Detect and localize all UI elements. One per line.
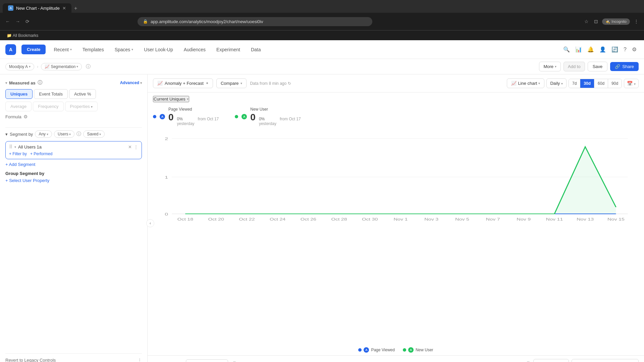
breakdown-select[interactable]: Top 2 (Default) xyxy=(186,359,228,362)
bell-icon[interactable]: 🔔 xyxy=(585,44,596,55)
nav-data[interactable]: Data xyxy=(248,46,264,54)
performed-btn[interactable]: + Performed xyxy=(30,152,52,156)
address-bar[interactable]: 🔒 app.amplitude.com/analytics/moodjoy2/c… xyxy=(138,17,372,26)
breadcrumb-separator: › xyxy=(37,64,38,69)
breakdown-dropdown-wrapper[interactable]: Top 2 (Default) xyxy=(186,359,228,362)
tab-favicon: A xyxy=(8,5,13,11)
segment-sub-actions: + Filter by + Performed xyxy=(9,152,138,156)
compare-btn[interactable]: Compare ▾ xyxy=(216,78,247,88)
segment-more-icon[interactable]: ⋮ xyxy=(134,144,138,149)
segment-collapse-icon[interactable]: ▾ xyxy=(14,145,16,149)
nav-user-lookup[interactable]: User Look-Up xyxy=(141,46,175,54)
daily-btn[interactable]: Daily ▾ xyxy=(546,78,567,88)
chart-icon[interactable]: 📊 xyxy=(573,44,584,55)
metric-values-page-viewed: Page Viewed 0 0% yesterday from Oct 17 xyxy=(168,107,219,126)
breakdown-info-icon[interactable]: ⓘ xyxy=(232,361,237,362)
svg-text:Nov 1: Nov 1 xyxy=(393,218,408,221)
forward-btn[interactable]: → xyxy=(14,17,21,25)
segment-name-input[interactable] xyxy=(18,144,126,149)
profile-icon[interactable]: 👤 xyxy=(597,44,608,55)
nav-templates[interactable]: Templates xyxy=(80,46,107,54)
svg-text:Nov 3: Nov 3 xyxy=(424,218,438,221)
tab-close-btn[interactable]: ✕ xyxy=(62,6,66,11)
save-button[interactable]: Save xyxy=(588,62,608,71)
chart-type-dropdown[interactable]: 📈 Segmentation ▾ xyxy=(41,63,82,70)
legend-page-viewed: A Page Viewed xyxy=(358,347,395,353)
help-icon[interactable]: ? xyxy=(622,45,629,55)
more-button[interactable]: More ▾ xyxy=(539,62,561,71)
metric-from-page-viewed: from Oct 17 xyxy=(198,117,219,121)
workspace-dropdown[interactable]: Moodjoy A ▾ xyxy=(5,63,34,70)
svg-text:1: 1 xyxy=(165,175,168,179)
filter-by-btn[interactable]: + Filter by xyxy=(9,152,27,156)
refresh-icon[interactable]: ↻ xyxy=(288,81,291,86)
metric-dot-new-user xyxy=(235,115,238,118)
chart-info-icon[interactable]: ⓘ xyxy=(86,64,91,70)
active-browser-tab[interactable]: A New Chart - Amplitude ✕ xyxy=(3,3,71,13)
settings-icon[interactable]: ⚙ xyxy=(630,44,639,55)
menu-icon[interactable]: ⋮ xyxy=(633,17,640,25)
export-csv-btn[interactable]: ↓ Export CSV xyxy=(533,359,569,362)
svg-text:Oct 26: Oct 26 xyxy=(301,218,316,221)
frequency-btn[interactable]: Frequency xyxy=(33,102,63,111)
segment-actions: ✕ ⋮ xyxy=(128,144,138,149)
bottom-search-input[interactable] xyxy=(572,359,639,362)
svg-text:Nov 11: Nov 11 xyxy=(546,218,563,221)
all-bookmarks-link[interactable]: 📁 All Bookmarks xyxy=(4,33,41,39)
measured-info-icon[interactable]: ⓘ xyxy=(38,80,42,86)
saved-dropdown[interactable]: Saved ▾ xyxy=(83,130,105,138)
60d-btn[interactable]: 60d xyxy=(594,79,608,88)
share-button[interactable]: 🔗 Share xyxy=(610,62,639,71)
nav-audiences[interactable]: Audiences xyxy=(181,46,208,54)
refresh-btn[interactable]: ⟳ xyxy=(24,17,31,25)
group-segment-label: Group Segment by xyxy=(5,171,142,176)
metric-title-new-user: New User xyxy=(250,107,301,112)
sync-icon[interactable]: 🔄 xyxy=(609,44,620,55)
legend-dot-page-viewed xyxy=(358,348,362,352)
add-segment-btn[interactable]: + Add Segment xyxy=(5,162,142,167)
90d-btn[interactable]: 90d xyxy=(608,79,622,88)
select-user-property-btn[interactable]: + Select User Property xyxy=(5,178,142,183)
7d-btn[interactable]: 7d xyxy=(569,79,580,88)
revert-legacy-btn[interactable]: Revert to Legacy Controls xyxy=(5,358,56,362)
uniques-btn[interactable]: Uniques xyxy=(5,89,33,99)
any-dropdown[interactable]: Any ▾ xyxy=(35,130,52,138)
nav-recent[interactable]: Recent ▾ xyxy=(51,46,74,54)
active-pct-btn[interactable]: Active % xyxy=(69,89,96,99)
current-uniques-btn[interactable]: Current Uniques ▾ xyxy=(153,96,189,102)
nav-experiment[interactable]: Experiment xyxy=(214,46,243,54)
svg-text:Nov 7: Nov 7 xyxy=(486,218,500,221)
30d-btn[interactable]: 30d xyxy=(580,79,594,88)
calendar-btn[interactable]: 📅 ▾ xyxy=(624,79,639,88)
metric-change-new-user: 0% yesterday xyxy=(259,117,276,126)
properties-btn[interactable]: Properties ▾ xyxy=(65,102,98,111)
metric-value-new-user: 0 xyxy=(250,112,256,123)
anomaly-forecast-btn[interactable]: 📈 Anomaly + Forecast ✦ xyxy=(153,78,213,88)
users-dropdown[interactable]: Users ▾ xyxy=(54,130,74,138)
header-icons: 🔍 📊 🔔 👤 🔄 ? ⚙ xyxy=(561,44,639,55)
app-logo[interactable]: A xyxy=(5,44,16,55)
svg-text:Nov 13: Nov 13 xyxy=(577,218,594,221)
drag-handle-icon[interactable]: ⠿ xyxy=(9,144,12,149)
formula-row[interactable]: Formula ⚙ xyxy=(5,114,142,119)
add-to-button[interactable]: Add to xyxy=(564,62,585,71)
new-tab-btn[interactable]: + xyxy=(71,4,80,13)
bookmark-star-icon[interactable]: ☆ xyxy=(583,17,590,25)
split-view-icon[interactable]: ⊡ xyxy=(593,17,599,25)
search-icon[interactable]: 🔍 xyxy=(561,44,572,55)
nav-spaces[interactable]: Spaces ▾ xyxy=(112,46,136,54)
advanced-btn[interactable]: Advanced ▾ xyxy=(120,80,142,85)
panel-toggle-btn[interactable]: ‹ xyxy=(146,219,154,227)
create-button[interactable]: Create xyxy=(21,45,46,54)
revert-more-icon[interactable]: ⋮ xyxy=(138,358,142,362)
legend-label-page-viewed: Page Viewed xyxy=(371,348,395,352)
segment-clear-icon[interactable]: ✕ xyxy=(128,144,132,149)
svg-text:Oct 30: Oct 30 xyxy=(362,218,378,221)
line-chart-btn[interactable]: 📈 Line chart ▾ xyxy=(507,78,544,88)
chart-header: Current Uniques ▾ xyxy=(148,93,644,106)
average-btn[interactable]: Average xyxy=(5,102,32,111)
bottom-info-icon[interactable]: ⓘ xyxy=(526,361,531,362)
segment-info-icon[interactable]: ⓘ xyxy=(76,131,81,137)
back-btn[interactable]: ← xyxy=(4,17,11,25)
event-totals-btn[interactable]: Event Totals xyxy=(34,89,68,99)
